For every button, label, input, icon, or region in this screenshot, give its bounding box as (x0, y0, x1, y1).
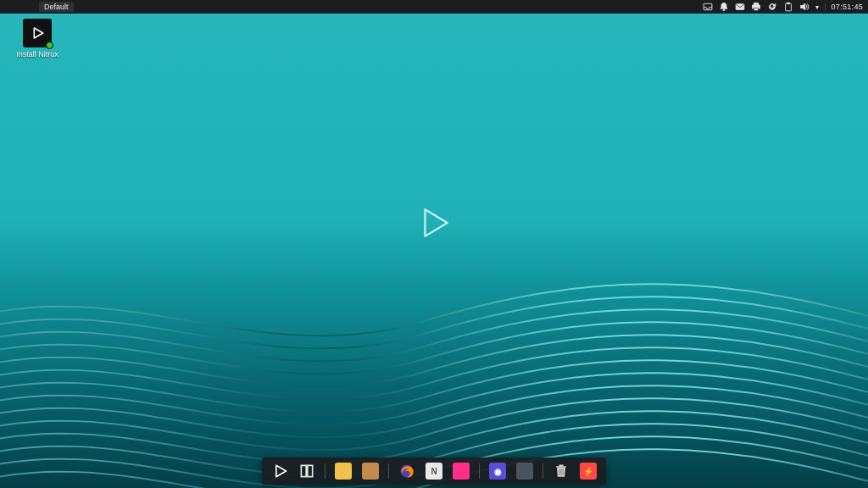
svg-rect-7 (787, 3, 789, 4)
system-tray: ▾ 07:51:45 (703, 2, 863, 12)
install-nitrux-icon (23, 19, 52, 47)
inbox-icon[interactable] (703, 2, 713, 12)
software-center-icon[interactable] (361, 462, 380, 480)
clock[interactable]: 07:51:45 (832, 3, 863, 11)
desktop-icon-label: Install Nitrux (12, 50, 63, 58)
buho-icon[interactable] (452, 462, 470, 480)
svg-rect-6 (785, 3, 791, 11)
volume-icon[interactable] (799, 2, 810, 12)
virtual-desktop-indicator[interactable]: Default (39, 2, 74, 12)
image-viewer-icon[interactable]: ◉ (488, 462, 507, 480)
trash-icon[interactable] (552, 462, 570, 480)
svg-rect-5 (754, 8, 758, 11)
wallpaper-waves (0, 219, 868, 488)
top-panel: Default ▾ 07:51:45 (0, 0, 868, 14)
refresh-icon[interactable] (767, 2, 777, 12)
installer-badge-icon (46, 42, 53, 49)
install-nitrux-shortcut[interactable]: Install Nitrux (12, 19, 63, 58)
svg-rect-2 (736, 4, 744, 10)
dock: N◉⚡ (262, 458, 606, 485)
tray-separator (825, 3, 826, 11)
dock-separator (325, 463, 326, 479)
task-view-icon[interactable] (298, 462, 316, 480)
power-icon[interactable]: ⚡ (579, 462, 598, 480)
dock-separator (542, 463, 543, 479)
text-editor-icon[interactable]: N (425, 462, 443, 480)
mail-icon[interactable] (735, 2, 745, 12)
printer-icon[interactable] (751, 2, 761, 12)
svg-rect-4 (754, 3, 758, 5)
app-launcher-icon[interactable] (270, 462, 289, 480)
clipboard-icon[interactable] (783, 2, 793, 12)
firefox-icon[interactable] (398, 462, 416, 480)
notifications-icon[interactable] (719, 2, 729, 12)
dock-separator (388, 463, 389, 479)
svg-point-1 (723, 9, 725, 11)
dropdown-icon[interactable]: ▾ (815, 3, 819, 11)
file-manager-icon[interactable] (334, 462, 353, 480)
music-player-icon[interactable] (515, 462, 534, 480)
dock-separator (479, 463, 480, 479)
